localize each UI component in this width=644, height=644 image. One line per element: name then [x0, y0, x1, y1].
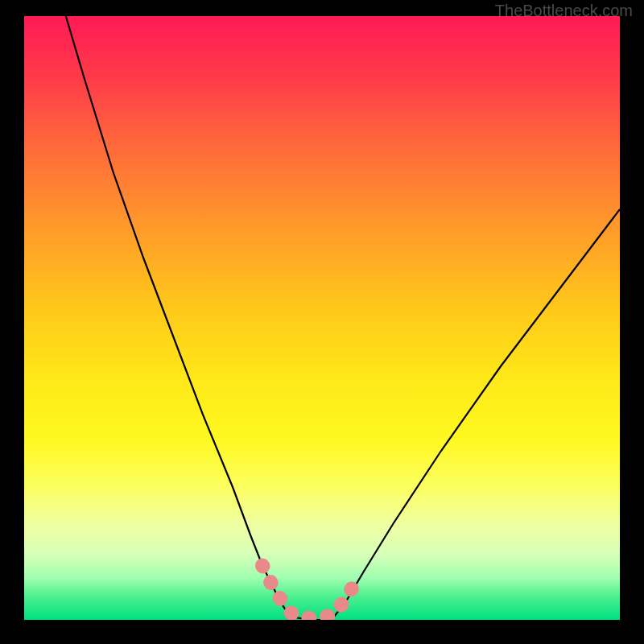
- series-left-curve: [66, 16, 292, 617]
- chart-markers: [262, 566, 352, 618]
- series-right-curve: [334, 209, 620, 617]
- marker-band: [262, 566, 352, 618]
- chart-svg: [24, 16, 620, 620]
- watermark-text: TheBottleneck.com: [495, 2, 633, 20]
- chart-lines: [66, 16, 620, 620]
- series-flat-bottom: [292, 617, 334, 620]
- chart-background: [24, 16, 620, 620]
